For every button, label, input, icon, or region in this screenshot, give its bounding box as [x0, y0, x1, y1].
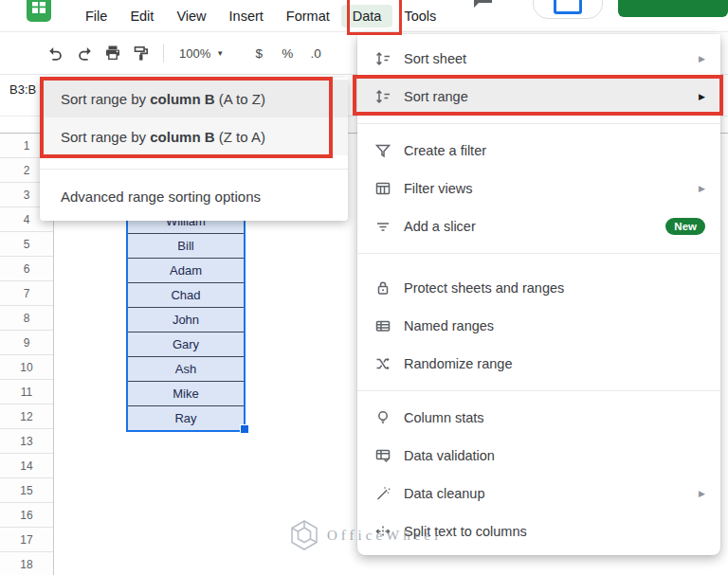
shuffle-icon [374, 355, 391, 372]
sort-icon [374, 50, 391, 67]
redo-button[interactable] [70, 39, 99, 67]
cell-b6[interactable]: Adam [128, 259, 244, 283]
menu-view[interactable]: View [165, 5, 217, 27]
row-header[interactable]: 12 [0, 404, 53, 429]
row-header[interactable]: 8 [0, 306, 53, 331]
submenu-arrow-icon: ▶ [699, 489, 705, 498]
menu-items: File Edit View Insert Format Data Tools [74, 0, 447, 31]
menu-data[interactable]: Data [341, 5, 393, 27]
cleanup-icon [374, 485, 391, 502]
submenu-arrow-icon: ▶ [699, 92, 705, 101]
menu-item-add-slicer[interactable]: Add a slicer New [357, 207, 720, 245]
menu-item-sort-range[interactable]: Sort range ▶ [357, 78, 720, 116]
menubar: File Edit View Insert Format Data Tools [0, 0, 728, 32]
menu-edit[interactable]: Edit [118, 5, 165, 27]
menu-item-create-filter[interactable]: Create a filter [357, 132, 720, 170]
row-header[interactable]: 16 [0, 503, 53, 528]
submenu-item-sort-az[interactable]: Sort range by column B (A to Z) [40, 80, 348, 117]
new-badge: New [665, 218, 705, 235]
menu-tools[interactable]: Tools [392, 5, 447, 27]
menu-item-column-stats[interactable]: Column stats [357, 399, 720, 437]
menu-item-data-cleanup[interactable]: Data cleanup ▶ [357, 475, 720, 512]
format-percent-button[interactable]: % [273, 46, 301, 61]
comment-icon[interactable] [471, 0, 494, 14]
cell-b5[interactable]: Bill [128, 234, 244, 259]
zoom-value: 100% [179, 46, 210, 61]
menu-separator [357, 123, 720, 124]
print-button[interactable] [99, 39, 127, 67]
row-header[interactable]: 14 [0, 454, 53, 478]
filter-icon [374, 142, 391, 159]
name-box[interactable]: B3:B [9, 82, 36, 97]
submenu-item-advanced-sorting[interactable]: Advanced range sorting options [40, 177, 348, 215]
named-ranges-icon [374, 317, 391, 334]
menu-separator [40, 169, 348, 170]
row-header[interactable]: 11 [0, 380, 53, 404]
menu-item-named-ranges[interactable]: Named ranges [357, 307, 720, 345]
row-header[interactable]: 13 [0, 429, 53, 454]
submenu-arrow-icon: ▶ [699, 184, 705, 193]
submenu-arrow-icon: ▶ [699, 54, 705, 63]
present-to-meet-button[interactable] [533, 0, 603, 19]
sort-icon [374, 88, 391, 105]
decrease-decimal-button[interactable]: .0 [301, 46, 330, 61]
row-header[interactable]: 17 [0, 528, 53, 552]
row-header[interactable]: 5 [0, 232, 53, 257]
data-menu-panel: Sort sheet ▶ Sort range ▶ Create a filte… [357, 34, 720, 555]
toolbar-divider [163, 44, 164, 63]
cell-b8[interactable]: John [128, 308, 244, 332]
row-header[interactable]: 7 [0, 281, 53, 306]
format-currency-button[interactable]: $ [245, 46, 273, 61]
menu-separator [357, 253, 720, 254]
share-button[interactable] [618, 0, 728, 17]
undo-button[interactable] [42, 39, 70, 67]
menu-item-filter-views[interactable]: Filter views ▶ [357, 170, 720, 207]
fill-handle[interactable] [240, 424, 249, 434]
menu-item-randomize-range[interactable]: Randomize range [357, 345, 720, 383]
paint-format-button[interactable] [127, 39, 155, 67]
chevron-down-icon: ▼ [216, 49, 224, 58]
cell-b9[interactable]: Gary [128, 332, 244, 357]
menu-item-data-validation[interactable]: Data validation [357, 437, 720, 475]
menu-item-sort-sheet[interactable]: Sort sheet ▶ [357, 40, 720, 78]
menu-file[interactable]: File [74, 5, 118, 27]
sort-range-submenu-panel: Sort range by column B (A to Z) Sort ran… [40, 78, 348, 221]
menu-separator [357, 390, 720, 391]
split-icon [374, 523, 391, 540]
lock-icon [374, 279, 391, 296]
cell-b11[interactable]: Mike [128, 382, 244, 406]
lightbulb-icon [374, 409, 391, 426]
officewheel-logo-icon [289, 519, 319, 551]
row-header[interactable]: 18 [0, 552, 53, 575]
meet-icon [554, 0, 582, 14]
filter-views-icon [374, 180, 391, 197]
row-header[interactable]: 6 [0, 257, 53, 281]
menu-item-split-text[interactable]: Split text to columns [357, 512, 720, 550]
row-header[interactable]: 10 [0, 355, 53, 380]
slicer-icon [374, 218, 391, 235]
row-header[interactable]: 9 [0, 331, 53, 355]
cell-b7[interactable]: Chad [128, 283, 244, 308]
cell-b12[interactable]: Ray [128, 406, 244, 430]
row-header[interactable]: 15 [0, 478, 53, 503]
zoom-control[interactable]: 100% ▼ [172, 46, 231, 61]
menu-insert[interactable]: Insert [218, 5, 275, 27]
cell-b10[interactable]: Ash [128, 357, 244, 382]
validation-icon [374, 447, 391, 464]
sheets-logo-icon[interactable] [27, 0, 51, 26]
menu-item-protect-sheets[interactable]: Protect sheets and ranges [357, 269, 720, 307]
menu-format[interactable]: Format [275, 5, 341, 27]
submenu-item-sort-za[interactable]: Sort range by column B (Z to A) [40, 117, 348, 155]
